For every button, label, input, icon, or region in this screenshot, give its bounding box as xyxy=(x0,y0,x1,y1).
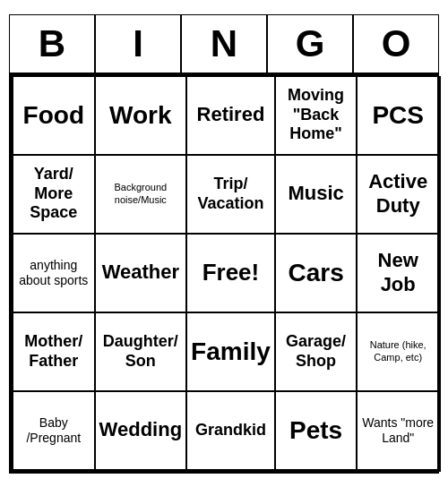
cell-r4-c3: Pets xyxy=(275,391,358,470)
cell-r1-c2: Trip/ Vacation xyxy=(186,155,275,234)
cell-r0-c4: PCS xyxy=(357,76,439,155)
cell-r2-c3: Cars xyxy=(275,234,358,312)
cell-r0-c3: Moving "Back Home" xyxy=(275,76,358,155)
cell-r2-c2: Free! xyxy=(186,234,275,312)
bingo-header: BINGO xyxy=(9,14,439,74)
cell-r1-c3: Music xyxy=(275,155,358,234)
header-letter: G xyxy=(267,14,353,74)
cell-r3-c3: Garage/ Shop xyxy=(275,312,358,391)
cell-r4-c4: Wants "more Land" xyxy=(357,391,439,470)
cell-r4-c1: Wedding xyxy=(95,391,186,470)
cell-r3-c1: Daughter/ Son xyxy=(95,312,186,391)
bingo-card: FoodWorkRetiredMoving "Back Home"PCSYard… xyxy=(9,74,439,474)
bingo-grid: FoodWorkRetiredMoving "Back Home"PCSYard… xyxy=(11,76,441,472)
cell-r0-c0: Food xyxy=(13,76,95,155)
cell-r1-c1: Background noise/Music xyxy=(95,155,186,234)
cell-r2-c4: New Job xyxy=(357,234,439,312)
cell-r4-c0: Baby /Pregnant xyxy=(13,391,95,470)
cell-r1-c4: Active Duty xyxy=(357,155,439,234)
cell-r3-c4: Nature (hike, Camp, etc) xyxy=(357,312,439,391)
cell-r3-c0: Mother/ Father xyxy=(13,312,95,391)
header-letter: N xyxy=(181,14,267,74)
cell-r0-c2: Retired xyxy=(186,76,275,155)
cell-r2-c0: anything about sports xyxy=(13,234,95,312)
cell-r2-c1: Weather xyxy=(95,234,186,312)
header-letter: I xyxy=(95,14,181,74)
cell-r0-c1: Work xyxy=(95,76,186,155)
cell-r3-c2: Family xyxy=(186,312,275,391)
cell-r4-c2: Grandkid xyxy=(186,391,275,470)
header-letter: B xyxy=(9,14,95,74)
header-letter: O xyxy=(353,14,439,74)
cell-r1-c0: Yard/ More Space xyxy=(13,155,95,234)
